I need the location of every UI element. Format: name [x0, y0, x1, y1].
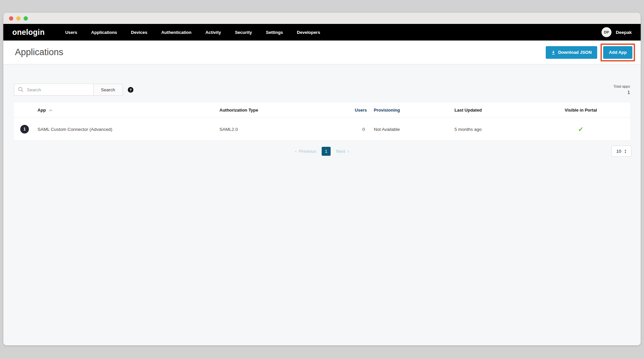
- page-size-select[interactable]: 10 ▲▼: [611, 145, 631, 157]
- window-titlebar: [3, 13, 641, 24]
- page-header: Applications Download JSON Add App: [3, 41, 641, 64]
- sort-ascending-icon: [49, 108, 52, 113]
- help-icon[interactable]: ?: [128, 87, 133, 93]
- top-navbar: onelogin Users Applications Devices Auth…: [3, 24, 641, 41]
- toolbar: Search ? Total apps 1: [3, 64, 641, 96]
- nav-item-authentication[interactable]: Authentication: [161, 30, 192, 35]
- chevron-left-icon: ‹: [295, 149, 297, 154]
- column-header-last-updated[interactable]: Last Updated: [448, 108, 558, 113]
- row-number-badge: 1: [20, 125, 29, 134]
- download-json-label: Download JSON: [558, 50, 592, 55]
- minimize-window-button[interactable]: [16, 16, 21, 21]
- nav-item-security[interactable]: Security: [235, 30, 252, 35]
- header-actions: Download JSON Add App: [546, 44, 635, 61]
- user-menu[interactable]: DP Deepak: [602, 27, 632, 37]
- cell-visible-in-portal: ✓: [558, 126, 630, 133]
- applications-table: App Authorization Type Users Provisionin…: [14, 103, 630, 141]
- previous-label: Previous: [299, 149, 316, 154]
- avatar[interactable]: DP: [602, 27, 611, 37]
- nav-item-settings[interactable]: Settings: [266, 30, 283, 35]
- add-app-button[interactable]: Add App: [603, 46, 632, 59]
- total-apps-value: 1: [613, 89, 630, 95]
- previous-page-button[interactable]: ‹ Previous: [295, 149, 316, 154]
- cell-authorization-type: SAML2.0: [219, 127, 337, 132]
- next-label: Next: [336, 149, 345, 154]
- search-wrap: [14, 84, 94, 96]
- pagination: ‹ Previous 1 Next ›: [3, 145, 641, 157]
- nav-item-developers[interactable]: Developers: [297, 30, 320, 35]
- column-header-users[interactable]: Users: [337, 108, 367, 113]
- download-json-button[interactable]: Download JSON: [546, 46, 597, 59]
- column-header-app[interactable]: App: [14, 108, 219, 113]
- app-window: onelogin Users Applications Devices Auth…: [3, 13, 641, 345]
- app-name-link[interactable]: SAML Custom Connector (Advanced): [38, 127, 112, 132]
- close-window-button[interactable]: [9, 16, 13, 21]
- column-header-app-label: App: [38, 108, 46, 113]
- cell-users: 0: [337, 127, 367, 132]
- next-page-button[interactable]: Next ›: [336, 149, 349, 154]
- page-title: Applications: [15, 47, 63, 57]
- search-button[interactable]: Search: [93, 84, 123, 96]
- search-icon: [18, 87, 24, 94]
- total-apps-label: Total apps: [613, 84, 630, 88]
- zoom-window-button[interactable]: [24, 16, 28, 21]
- column-header-visible-in-portal[interactable]: Visible in Portal: [558, 108, 630, 113]
- cell-provisioning: Not Available: [367, 127, 448, 132]
- download-icon: [551, 50, 555, 55]
- cell-last-updated: 5 months ago: [448, 127, 558, 132]
- nav-item-devices[interactable]: Devices: [131, 30, 147, 35]
- check-icon: ✓: [565, 126, 597, 133]
- chevron-right-icon: ›: [348, 149, 349, 154]
- total-apps: Total apps 1: [613, 84, 630, 95]
- onelogin-logo[interactable]: onelogin: [12, 28, 44, 37]
- page-size-value: 10: [616, 149, 621, 154]
- current-page-button[interactable]: 1: [322, 147, 331, 156]
- stepper-arrows-icon: ▲▼: [624, 149, 627, 153]
- cell-app: 1 SAML Custom Connector (Advanced): [14, 125, 219, 134]
- main-nav: Users Applications Devices Authenticatio…: [65, 30, 320, 35]
- nav-item-activity[interactable]: Activity: [205, 30, 221, 35]
- table-header-row: App Authorization Type Users Provisionin…: [14, 103, 630, 118]
- content-area: Search ? Total apps 1 App Authorization …: [3, 64, 641, 345]
- nav-item-applications[interactable]: Applications: [91, 30, 117, 35]
- table-row[interactable]: 1 SAML Custom Connector (Advanced) SAML2…: [14, 118, 630, 140]
- column-header-authorization-type[interactable]: Authorization Type: [219, 108, 337, 113]
- add-app-highlight-box: Add App: [601, 44, 635, 61]
- search-input[interactable]: [14, 84, 94, 96]
- user-name: Deepak: [616, 30, 632, 35]
- column-header-provisioning[interactable]: Provisioning: [367, 108, 448, 113]
- nav-item-users[interactable]: Users: [65, 30, 77, 35]
- pagination-row: ‹ Previous 1 Next › 10 ▲▼: [3, 145, 641, 157]
